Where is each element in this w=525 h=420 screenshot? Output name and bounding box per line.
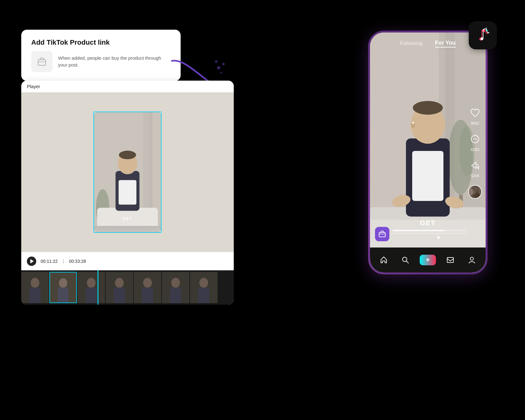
svg-point-57 — [476, 139, 477, 140]
progress-dot — [437, 236, 440, 239]
phone-frame: Following For You 9652 — [368, 31, 488, 274]
svg-rect-65 — [447, 258, 453, 262]
share-icon — [468, 159, 482, 172]
tab-following[interactable]: Following — [400, 40, 422, 47]
filmstrip-indicator — [98, 270, 98, 305]
progress-track — [392, 230, 467, 231]
svg-point-33 — [171, 278, 180, 288]
current-time: 00:11:22 — [41, 259, 58, 264]
svg-rect-25 — [86, 288, 97, 303]
filmstrip[interactable] — [21, 270, 234, 305]
svg-point-30 — [143, 278, 152, 288]
product-card-title: Add TikTok Product link — [31, 38, 171, 47]
filmstrip-frame — [190, 272, 218, 303]
svg-rect-28 — [114, 288, 125, 303]
svg-rect-47 — [412, 151, 443, 201]
bag-icon-box — [31, 51, 52, 72]
filmstrip-frame — [78, 272, 105, 303]
phone-top-bar: Following For You — [370, 32, 486, 54]
comment-icon — [468, 132, 482, 146]
svg-rect-37 — [198, 288, 209, 303]
progress-fill — [392, 230, 445, 231]
svg-point-59 — [476, 189, 479, 193]
svg-point-49 — [413, 101, 443, 115]
scene: Add TikTok Product link When added, peop… — [0, 0, 525, 420]
svg-point-6 — [215, 60, 218, 63]
total-time: 00:33:28 — [69, 259, 86, 264]
phone-inner: Following For You 9652 — [370, 32, 486, 272]
creator-avatar[interactable] — [468, 185, 482, 199]
svg-rect-34 — [170, 288, 181, 303]
share-count: 5245 — [471, 174, 479, 178]
svg-line-64 — [406, 261, 408, 263]
product-link-body: When added, people can buy the product t… — [31, 51, 171, 72]
svg-point-18 — [31, 278, 39, 288]
phone-action-comment[interactable]: 6283 — [468, 132, 482, 152]
heart-icon — [468, 106, 482, 120]
progress-line — [392, 233, 467, 234]
shop-button[interactable] — [375, 227, 389, 241]
nav-search[interactable] — [398, 253, 412, 267]
svg-point-24 — [87, 278, 96, 288]
bag-icon — [37, 57, 47, 67]
phone-get-label: GET — [420, 219, 436, 227]
svg-point-60 — [475, 192, 480, 197]
filmstrip-frame — [106, 272, 133, 303]
player-video-thumb[interactable]: GET — [93, 112, 162, 233]
svg-point-51 — [412, 122, 414, 124]
filmstrip-frame — [162, 272, 189, 303]
handle-bottom-left[interactable] — [93, 231, 96, 233]
phone-bottom-nav — [370, 248, 486, 272]
progress-area — [392, 230, 467, 239]
comment-count: 6283 — [471, 148, 479, 152]
svg-point-27 — [115, 278, 124, 288]
player-panel: Player — [21, 81, 234, 305]
filmstrip-frame-selected — [49, 272, 77, 303]
handle-top-right[interactable] — [159, 112, 162, 114]
svg-point-66 — [470, 257, 473, 260]
player-controls: 00:11:22 | 00:33:28 — [21, 252, 234, 270]
svg-point-36 — [199, 278, 208, 288]
like-count: 9652 — [471, 121, 479, 126]
svg-point-3 — [217, 66, 220, 69]
svg-point-15 — [119, 151, 136, 159]
tiktok-icon — [473, 26, 492, 45]
nav-home[interactable] — [377, 253, 391, 267]
svg-rect-19 — [29, 288, 41, 303]
tiktok-logo — [469, 21, 497, 49]
nav-inbox[interactable] — [443, 253, 457, 267]
filmstrip-frame — [134, 272, 161, 303]
progress-lines — [392, 233, 467, 239]
svg-text:GET: GET — [122, 216, 132, 221]
svg-point-21 — [59, 278, 68, 288]
svg-rect-22 — [58, 288, 68, 302]
svg-point-56 — [475, 139, 476, 140]
phone-action-like[interactable]: 9652 — [468, 106, 482, 126]
product-link-card: Add TikTok Product link When added, peop… — [21, 30, 181, 81]
nav-add-button[interactable] — [420, 255, 436, 265]
filmstrip-frame — [21, 272, 49, 303]
svg-rect-31 — [142, 288, 153, 303]
player-stage: GET — [21, 92, 234, 252]
svg-rect-13 — [119, 180, 137, 205]
tab-for-you[interactable]: For You — [435, 40, 456, 48]
svg-point-4 — [222, 63, 225, 65]
svg-point-55 — [473, 139, 474, 140]
play-button[interactable] — [27, 257, 36, 266]
nav-profile[interactable] — [465, 253, 479, 267]
phone-shop-bar — [375, 227, 467, 241]
svg-point-5 — [220, 72, 222, 74]
phone-action-share[interactable]: 5245 — [468, 159, 482, 178]
product-link-description: When added, people can buy the product t… — [58, 55, 171, 69]
svg-rect-61 — [379, 232, 385, 237]
phone-sidebar: 9652 6283 — [468, 106, 482, 199]
player-person: GET — [94, 112, 161, 232]
player-header: Player — [21, 81, 234, 92]
svg-rect-0 — [38, 60, 46, 65]
